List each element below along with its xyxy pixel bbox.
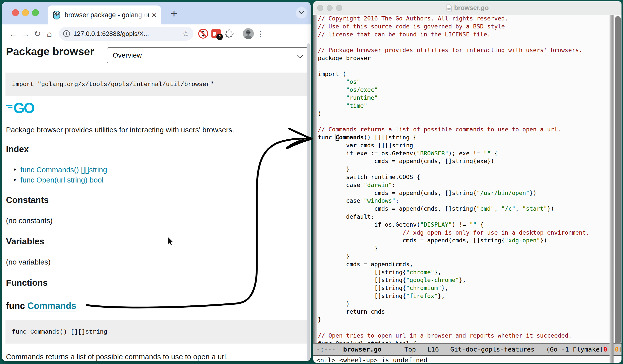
code-line: import ( xyxy=(318,70,614,78)
func-description: Commands returns a list of possible comm… xyxy=(6,353,228,361)
func-signature-box: func Commands() [][]string xyxy=(5,320,307,344)
code-line: func Commands() [][]string { xyxy=(318,134,614,142)
code-line: // Open tries to open url in a browser a… xyxy=(318,332,614,340)
extension-icon[interactable]: 2 xyxy=(211,29,221,38)
page-title: Package browser xyxy=(6,45,94,58)
code-line: "time" xyxy=(318,102,614,110)
list-item: func Commands() [][]string xyxy=(12,165,107,175)
code-line: ) xyxy=(318,300,614,308)
code-line: cmds = append(cmds, []string{"cmd", "/c"… xyxy=(318,205,614,213)
index-link-open[interactable]: func Open(url string) bool xyxy=(20,176,103,184)
zoom-window-button[interactable] xyxy=(32,9,39,16)
variables-heading: Variables xyxy=(6,236,44,246)
code-line: } xyxy=(318,245,614,253)
reload-icon[interactable]: ↻ xyxy=(31,29,43,39)
svg-text:GO: GO xyxy=(447,8,451,10)
code-line: // Copyright 2016 The Go Authors. All ri… xyxy=(318,15,614,23)
constants-heading: Constants xyxy=(6,195,49,205)
code-area[interactable]: // Copyright 2016 The Go Authors. All ri… xyxy=(318,15,614,343)
code-line: // Commands returns a list of possible c… xyxy=(318,126,614,134)
code-line: func Open(url string) bool { xyxy=(318,340,614,343)
tab-search-button[interactable] xyxy=(296,7,307,18)
chevron-down-icon xyxy=(299,11,304,14)
profile-avatar[interactable] xyxy=(243,28,254,39)
code-line: cmds = append(cmds, []string{exe}) xyxy=(318,157,614,165)
tab-title-fade xyxy=(129,5,147,24)
editor-title-group: GO browser.go xyxy=(313,1,622,14)
code-line xyxy=(318,62,614,70)
list-item: func Open(url string) bool xyxy=(12,175,107,185)
minimize-window-button[interactable] xyxy=(22,9,29,16)
site-info-icon[interactable] xyxy=(63,30,70,37)
import-box: import "golang.org/x/tools/gopls/interna… xyxy=(5,73,307,96)
select-chevron-icon xyxy=(297,53,303,58)
code-line: ) xyxy=(318,110,614,118)
back-icon[interactable]: ← xyxy=(7,29,19,39)
page-scrollbar[interactable] xyxy=(307,43,310,361)
code-line: if os.Getenv("DISPLAY") != "" { xyxy=(318,221,614,229)
browser-tab[interactable]: browser package - golang.org × xyxy=(48,5,161,24)
gopher-favicon xyxy=(52,10,61,19)
extensions-puzzle-icon[interactable] xyxy=(223,29,235,38)
index-link-commands[interactable]: func Commands() [][]string xyxy=(20,166,107,174)
func-signature: func Commands() [][]string xyxy=(12,329,107,335)
tab-strip: browser package - golang.org × + xyxy=(2,2,311,24)
code-line: cmds = append(cmds, xyxy=(318,261,614,269)
content-blocked-icon[interactable] xyxy=(197,28,209,39)
code-line: } xyxy=(318,316,614,324)
index-list: func Commands() [][]string func Open(url… xyxy=(12,165,107,185)
code-line: case "windows": xyxy=(318,197,614,205)
home-icon[interactable]: ⌂ xyxy=(43,29,55,39)
code-line: package browser xyxy=(318,54,614,62)
code-line: // xdg-open is only for use in a desktop… xyxy=(318,229,614,237)
code-lines: // Copyright 2016 The Go Authors. All ri… xyxy=(318,15,614,343)
bookmark-star-icon[interactable]: ☆ xyxy=(182,29,189,38)
overview-select-value: Overview xyxy=(113,51,142,59)
code-line: case "darwin": xyxy=(318,181,614,189)
doc-page: Package browser Overview import "golang.… xyxy=(2,43,311,361)
modeline: -:--- browser.go Top L16 Git-doc-gopls-f… xyxy=(313,343,622,356)
code-line: []string{"google-chrome"}, xyxy=(318,276,614,284)
editor-scrollbar[interactable] xyxy=(615,16,621,344)
code-line: } xyxy=(318,253,614,261)
code-line: return cmds xyxy=(318,308,614,316)
extension-glyph xyxy=(213,32,216,36)
code-line: var cmds [][]string xyxy=(318,142,614,150)
editor-title: browser.go xyxy=(454,4,489,12)
code-line: "runtime" xyxy=(318,94,614,102)
code-line: []string{"chrome"}, xyxy=(318,269,614,276)
code-line: switch runtime.GOOS { xyxy=(318,173,614,181)
browser-window: browser package - golang.org × + ← → ↻ ⌂ xyxy=(2,2,311,361)
func-commands-link[interactable]: Commands xyxy=(27,301,76,311)
editor-right-edge xyxy=(610,15,614,363)
code-line: []string{"chromium"}, xyxy=(318,284,614,292)
address-bar[interactable]: 127.0.0.1:62888/gopls/X... ☆ xyxy=(59,27,193,41)
code-line: // license that can be found in the LICE… xyxy=(318,31,614,39)
browser-toolbar: ← → ↻ ⌂ 127.0.0.1:62888/gopls/X... ☆ xyxy=(2,24,311,43)
editor-window: GO browser.go // Copyright 2016 The Go A… xyxy=(313,1,622,363)
index-heading: Index xyxy=(6,144,29,154)
svg-text:GO: GO xyxy=(13,100,34,116)
overview-select[interactable]: Overview xyxy=(107,47,308,63)
import-line: import "golang.org/x/tools/gopls/interna… xyxy=(12,81,214,88)
code-line: "os" xyxy=(318,78,614,86)
code-line: []string{"firefox"}, xyxy=(318,292,614,300)
func-keyword: func xyxy=(6,301,27,311)
functions-heading: Functions xyxy=(6,278,48,288)
variables-empty: (no variables) xyxy=(6,258,51,266)
menu-kebab-icon[interactable]: ⋮ xyxy=(254,29,267,39)
new-tab-button[interactable]: + xyxy=(167,6,181,20)
close-window-button[interactable] xyxy=(12,9,19,16)
code-line xyxy=(318,118,614,126)
editor-left-edge xyxy=(313,15,317,343)
echo-area: <nil> <wheel-up> is undefined xyxy=(316,356,427,363)
go-file-icon: GO xyxy=(446,4,452,11)
forward-icon[interactable]: → xyxy=(19,29,31,39)
code-line: cmds = append(cmds, []string{"/usr/bin/o… xyxy=(318,189,614,197)
code-line: // Package browser provides utilities fo… xyxy=(318,46,614,54)
code-line: if exe := os.Getenv("BROWSER"); exe != "… xyxy=(318,150,614,158)
code-line: cmds = append(cmds, []string{"xdg-open"}… xyxy=(318,237,614,245)
extension-badge: 2 xyxy=(216,34,223,40)
package-description: Package browser provides utilities for i… xyxy=(6,126,234,134)
close-tab-icon[interactable]: × xyxy=(152,11,157,19)
